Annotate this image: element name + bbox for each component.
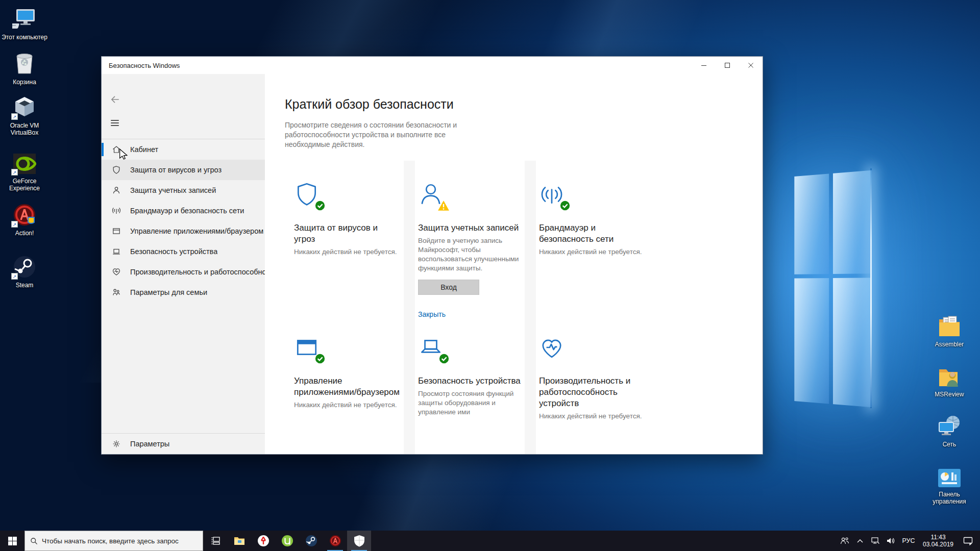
network-status-button[interactable] — [868, 537, 883, 545]
sign-in-button[interactable]: Вход — [418, 280, 479, 295]
sidebar-item-account-protection[interactable]: Защита учетных записей — [102, 180, 265, 201]
sidebar-item-family-options[interactable]: Параметры для семьи — [102, 282, 265, 303]
desktop-icon-recycle-bin[interactable]: Корзина — [0, 50, 49, 86]
start-button[interactable] — [0, 531, 24, 551]
taskbar: РУС 11:43 03.04.2019 — [0, 531, 980, 551]
sidebar-item-label: Кабинет — [130, 145, 158, 154]
status-warning-badge — [437, 200, 450, 211]
mouse-cursor — [119, 148, 128, 160]
sidebar: Кабинет Защита от вирусов и угроз Защита… — [102, 74, 265, 454]
card-status: Никаких действий не требуется. — [294, 400, 400, 410]
desktop-icon-msreview[interactable]: MSReview — [925, 362, 974, 398]
desktop-icon-assembler[interactable]: Assembler — [925, 312, 974, 348]
virtualbox-icon: ↗ — [0, 93, 49, 119]
page-subtitle: Просмотрите сведения о состоянии безопас… — [285, 120, 485, 149]
windows-logo-wallpaper — [794, 170, 871, 408]
page-title: Краткий обзор безопасности — [285, 97, 454, 112]
network-icon — [925, 412, 974, 438]
title-bar[interactable]: Безопасность Windows — [102, 57, 763, 74]
speaker-icon — [886, 537, 895, 545]
clock-time: 11:43 — [919, 534, 958, 541]
language-indicator[interactable]: РУС — [898, 537, 919, 544]
task-view-button[interactable] — [203, 531, 227, 551]
card-title: Защита учетных записей — [418, 222, 524, 234]
shortcut-arrow-icon: ↗ — [11, 169, 18, 176]
column-gutter — [404, 161, 415, 454]
task-view-icon — [210, 536, 220, 546]
sidebar-item-settings[interactable]: Параметры — [102, 434, 265, 454]
sidebar-item-label: Брандмауэр и безопасность сети — [130, 207, 244, 215]
sidebar-item-label: Производительность и работоспособност — [130, 268, 265, 276]
file-explorer-icon — [234, 536, 245, 545]
sidebar-item-label: Управление приложениями/браузером — [130, 227, 263, 235]
card-firewall-network[interactable]: Брандмауэр и безопасность сети Никаких д… — [539, 182, 645, 257]
status-ok-badge — [438, 353, 450, 364]
menu-button[interactable] — [110, 118, 120, 130]
card-status: Никаких действий не требуется. — [539, 412, 645, 421]
sidebar-item-app-browser-control[interactable]: Управление приложениями/браузером — [102, 221, 265, 241]
hamburger-icon — [110, 118, 120, 128]
laptop-icon — [112, 247, 121, 256]
card-virus-threat-protection[interactable]: Защита от вирусов и угроз Никаких действ… — [294, 182, 400, 257]
sidebar-item-virus-threat-protection[interactable]: Защита от вирусов и угроз — [102, 160, 265, 180]
card-device-performance-health[interactable]: Производительность и работоспособность у… — [539, 335, 645, 421]
steam-taskbar-button[interactable] — [299, 531, 323, 551]
action-icon — [329, 535, 341, 547]
card-device-security[interactable]: Безопасность устройства Просмотр состоян… — [418, 335, 524, 417]
action-center-button[interactable] — [958, 537, 978, 545]
ethernet-icon — [871, 537, 880, 545]
status-ok-badge — [314, 353, 326, 364]
desktop-icon-control-panel[interactable]: Панель управления — [925, 462, 974, 505]
this-pc-icon — [0, 5, 49, 31]
sidebar-nav: Кабинет Защита от вирусов и угроз Защита… — [102, 139, 265, 303]
sidebar-item-device-performance-health[interactable]: Производительность и работоспособност — [102, 262, 265, 282]
desktop-icon-virtualbox[interactable]: ↗ Oracle VM VirtualBox — [0, 93, 49, 136]
user-icon — [112, 186, 121, 195]
desktop-icon-steam[interactable]: ↗ Steam — [0, 253, 49, 289]
dismiss-link[interactable]: Закрыть — [418, 310, 446, 318]
people-button[interactable] — [837, 537, 852, 545]
window-title: Безопасность Windows — [102, 62, 692, 69]
desktop-icon-label: Этот компьютер — [0, 34, 49, 41]
card-body: Войдите в учетную запись Майкрософт, что… — [418, 236, 524, 273]
sidebar-item-device-security[interactable]: Безопасность устройства — [102, 241, 265, 262]
taskbar-search[interactable] — [24, 531, 203, 551]
desktop-icon-label: MSReview — [925, 391, 974, 398]
sidebar-settings: Параметры — [102, 433, 265, 454]
desktop-icon-this-pc[interactable]: Этот компьютер — [0, 5, 49, 41]
card-app-browser-control[interactable]: Управление приложениями/браузером Никаки… — [294, 335, 400, 410]
close-button[interactable] — [739, 57, 763, 74]
sidebar-item-label: Защита учетных записей — [130, 186, 216, 194]
windows-security-taskbar-button[interactable] — [347, 531, 371, 551]
sidebar-item-firewall-network[interactable]: Брандмауэр и безопасность сети — [102, 201, 265, 221]
volume-button[interactable] — [883, 537, 898, 545]
card-title: Безопасность устройства — [418, 375, 524, 387]
security-overview-page: Краткий обзор безопасности Просмотрите с… — [265, 74, 763, 454]
card-account-protection[interactable]: Защита учетных записей Войдите в учетную… — [418, 182, 524, 319]
card-title: Управление приложениями/браузером — [294, 375, 400, 398]
column-gutter — [525, 161, 536, 454]
card-title: Защита от вирусов и угроз — [294, 222, 400, 245]
show-hidden-icons-button[interactable] — [852, 538, 868, 543]
desktop-icon-action[interactable]: ↗ Action! — [0, 201, 49, 237]
taskbar-clock[interactable]: 11:43 03.04.2019 — [919, 534, 958, 548]
action-taskbar-button[interactable] — [323, 531, 347, 551]
minimize-button[interactable] — [692, 57, 716, 74]
control-panel-icon — [925, 462, 974, 488]
desktop-icon-geforce-experience[interactable]: ↗ GeForce Experience — [0, 149, 49, 192]
desktop-icon-label: Steam — [0, 282, 49, 289]
desktop-icon-network[interactable]: Сеть — [925, 412, 974, 448]
steam-icon: ↗ — [0, 253, 49, 279]
yandex-browser-button[interactable] — [251, 531, 275, 551]
back-button[interactable] — [110, 94, 120, 107]
sidebar-item-label: Параметры для семьи — [130, 288, 207, 296]
geforce-experience-icon: ↗ — [0, 149, 49, 174]
sidebar-item-label: Безопасность устройства — [130, 247, 217, 256]
shortcut-arrow-icon: ↗ — [11, 221, 18, 228]
minimize-icon — [701, 62, 707, 68]
file-explorer-button[interactable] — [227, 531, 251, 551]
search-input[interactable] — [42, 537, 195, 545]
folder-user-icon — [925, 362, 974, 388]
maximize-button[interactable] — [716, 57, 739, 74]
utorrent-button[interactable] — [275, 531, 299, 551]
